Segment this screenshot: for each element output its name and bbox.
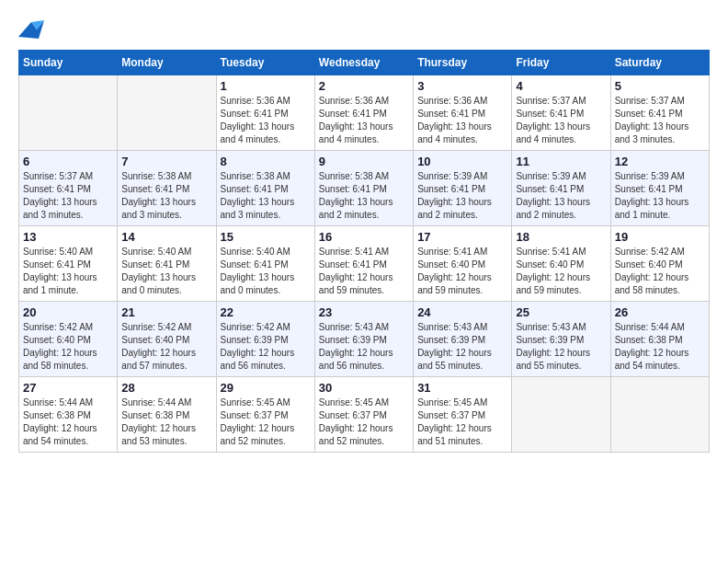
day-number: 14 <box>121 230 211 244</box>
calendar-week-row: 13Sunrise: 5:40 AMSunset: 6:41 PMDayligh… <box>19 226 710 302</box>
calendar-cell: 16Sunrise: 5:41 AMSunset: 6:41 PMDayligh… <box>314 226 413 302</box>
day-number: 13 <box>23 230 113 244</box>
calendar-week-row: 6Sunrise: 5:37 AMSunset: 6:41 PMDaylight… <box>19 151 710 226</box>
calendar-cell: 6Sunrise: 5:37 AMSunset: 6:41 PMDaylight… <box>19 151 118 226</box>
day-info: Sunrise: 5:36 AMSunset: 6:41 PMDaylight:… <box>417 95 507 146</box>
day-info: Sunrise: 5:43 AMSunset: 6:39 PMDaylight:… <box>319 321 409 373</box>
calendar-cell: 12Sunrise: 5:39 AMSunset: 6:41 PMDayligh… <box>610 151 709 226</box>
day-number: 27 <box>23 381 113 395</box>
calendar-cell: 2Sunrise: 5:36 AMSunset: 6:41 PMDaylight… <box>314 75 413 151</box>
calendar-cell: 14Sunrise: 5:40 AMSunset: 6:41 PMDayligh… <box>118 226 216 302</box>
day-number: 22 <box>221 305 311 319</box>
day-info: Sunrise: 5:38 AMSunset: 6:41 PMDaylight:… <box>121 170 211 222</box>
day-info: Sunrise: 5:45 AMSunset: 6:37 PMDaylight:… <box>417 396 507 448</box>
day-number: 2 <box>319 79 409 93</box>
day-info: Sunrise: 5:44 AMSunset: 6:38 PMDaylight:… <box>23 396 113 448</box>
day-info: Sunrise: 5:40 AMSunset: 6:41 PMDaylight:… <box>23 246 113 297</box>
day-info: Sunrise: 5:39 AMSunset: 6:41 PMDaylight:… <box>615 170 705 222</box>
day-number: 26 <box>615 305 705 319</box>
calendar-cell: 31Sunrise: 5:45 AMSunset: 6:37 PMDayligh… <box>414 377 512 453</box>
calendar-header-tuesday: Tuesday <box>216 51 314 75</box>
day-number: 6 <box>23 155 113 168</box>
calendar-week-row: 20Sunrise: 5:42 AMSunset: 6:40 PMDayligh… <box>19 302 710 377</box>
calendar-cell: 20Sunrise: 5:42 AMSunset: 6:40 PMDayligh… <box>19 302 118 377</box>
calendar-cell: 24Sunrise: 5:43 AMSunset: 6:39 PMDayligh… <box>414 302 512 377</box>
calendar-cell: 18Sunrise: 5:41 AMSunset: 6:40 PMDayligh… <box>512 226 610 302</box>
day-number: 4 <box>516 79 606 93</box>
day-info: Sunrise: 5:42 AMSunset: 6:40 PMDaylight:… <box>121 321 211 373</box>
day-number: 11 <box>516 155 606 168</box>
day-number: 12 <box>615 155 705 168</box>
day-number: 21 <box>121 305 211 319</box>
calendar-cell: 15Sunrise: 5:40 AMSunset: 6:41 PMDayligh… <box>216 226 314 302</box>
calendar-table: SundayMondayTuesdayWednesdayThursdayFrid… <box>18 50 710 453</box>
day-number: 23 <box>319 305 409 319</box>
calendar-header-monday: Monday <box>118 51 216 75</box>
calendar-cell: 19Sunrise: 5:42 AMSunset: 6:40 PMDayligh… <box>610 226 709 302</box>
day-number: 15 <box>221 230 311 244</box>
calendar-cell: 10Sunrise: 5:39 AMSunset: 6:41 PMDayligh… <box>414 151 512 226</box>
day-info: Sunrise: 5:37 AMSunset: 6:41 PMDaylight:… <box>23 170 113 222</box>
calendar-cell: 11Sunrise: 5:39 AMSunset: 6:41 PMDayligh… <box>512 151 610 226</box>
calendar-cell: 30Sunrise: 5:45 AMSunset: 6:37 PMDayligh… <box>314 377 413 453</box>
day-number: 29 <box>221 381 311 395</box>
day-info: Sunrise: 5:45 AMSunset: 6:37 PMDaylight:… <box>319 396 409 448</box>
day-info: Sunrise: 5:41 AMSunset: 6:40 PMDaylight:… <box>417 246 507 297</box>
calendar-cell: 4Sunrise: 5:37 AMSunset: 6:41 PMDaylight… <box>512 75 610 151</box>
logo <box>18 18 48 40</box>
day-number: 10 <box>417 155 507 168</box>
day-info: Sunrise: 5:39 AMSunset: 6:41 PMDaylight:… <box>417 170 507 222</box>
day-number: 7 <box>121 155 211 168</box>
day-info: Sunrise: 5:44 AMSunset: 6:38 PMDaylight:… <box>615 321 705 373</box>
day-info: Sunrise: 5:42 AMSunset: 6:40 PMDaylight:… <box>615 246 705 297</box>
calendar-header-thursday: Thursday <box>414 51 512 75</box>
day-info: Sunrise: 5:44 AMSunset: 6:38 PMDaylight:… <box>121 396 211 448</box>
day-number: 28 <box>121 381 211 395</box>
calendar-cell: 28Sunrise: 5:44 AMSunset: 6:38 PMDayligh… <box>118 377 216 453</box>
calendar-cell: 7Sunrise: 5:38 AMSunset: 6:41 PMDaylight… <box>118 151 216 226</box>
day-info: Sunrise: 5:45 AMSunset: 6:37 PMDaylight:… <box>221 396 311 448</box>
calendar-cell: 26Sunrise: 5:44 AMSunset: 6:38 PMDayligh… <box>610 302 709 377</box>
day-number: 9 <box>319 155 409 168</box>
calendar-cell: 5Sunrise: 5:37 AMSunset: 6:41 PMDaylight… <box>610 75 709 151</box>
day-number: 3 <box>417 79 507 93</box>
calendar-cell <box>610 377 709 453</box>
calendar-header-sunday: Sunday <box>19 51 118 75</box>
calendar-cell: 25Sunrise: 5:43 AMSunset: 6:39 PMDayligh… <box>512 302 610 377</box>
calendar-cell <box>19 75 118 151</box>
calendar-header-saturday: Saturday <box>610 51 709 75</box>
calendar-cell: 27Sunrise: 5:44 AMSunset: 6:38 PMDayligh… <box>19 377 118 453</box>
day-number: 20 <box>23 305 113 319</box>
day-info: Sunrise: 5:42 AMSunset: 6:40 PMDaylight:… <box>23 321 113 373</box>
day-number: 17 <box>417 230 507 244</box>
day-info: Sunrise: 5:38 AMSunset: 6:41 PMDaylight:… <box>319 170 409 222</box>
day-number: 5 <box>615 79 705 93</box>
calendar-header-friday: Friday <box>512 51 610 75</box>
day-number: 31 <box>417 381 507 395</box>
calendar-cell: 8Sunrise: 5:38 AMSunset: 6:41 PMDaylight… <box>216 151 314 226</box>
calendar-cell: 21Sunrise: 5:42 AMSunset: 6:40 PMDayligh… <box>118 302 216 377</box>
calendar-cell: 13Sunrise: 5:40 AMSunset: 6:41 PMDayligh… <box>19 226 118 302</box>
calendar-cell: 9Sunrise: 5:38 AMSunset: 6:41 PMDaylight… <box>314 151 413 226</box>
day-info: Sunrise: 5:42 AMSunset: 6:39 PMDaylight:… <box>221 321 311 373</box>
calendar-cell: 29Sunrise: 5:45 AMSunset: 6:37 PMDayligh… <box>216 377 314 453</box>
header <box>18 18 710 40</box>
calendar-week-row: 1Sunrise: 5:36 AMSunset: 6:41 PMDaylight… <box>19 75 710 151</box>
day-info: Sunrise: 5:38 AMSunset: 6:41 PMDaylight:… <box>221 170 311 222</box>
calendar-week-row: 27Sunrise: 5:44 AMSunset: 6:38 PMDayligh… <box>19 377 710 453</box>
calendar-cell: 23Sunrise: 5:43 AMSunset: 6:39 PMDayligh… <box>314 302 413 377</box>
day-info: Sunrise: 5:41 AMSunset: 6:40 PMDaylight:… <box>516 246 606 297</box>
calendar-cell: 22Sunrise: 5:42 AMSunset: 6:39 PMDayligh… <box>216 302 314 377</box>
day-number: 19 <box>615 230 705 244</box>
day-number: 1 <box>221 79 311 93</box>
day-info: Sunrise: 5:36 AMSunset: 6:41 PMDaylight:… <box>221 95 311 146</box>
day-info: Sunrise: 5:43 AMSunset: 6:39 PMDaylight:… <box>417 321 507 373</box>
day-info: Sunrise: 5:36 AMSunset: 6:41 PMDaylight:… <box>319 95 409 146</box>
day-number: 24 <box>417 305 507 319</box>
calendar-cell: 17Sunrise: 5:41 AMSunset: 6:40 PMDayligh… <box>414 226 512 302</box>
day-info: Sunrise: 5:40 AMSunset: 6:41 PMDaylight:… <box>121 246 211 297</box>
day-info: Sunrise: 5:43 AMSunset: 6:39 PMDaylight:… <box>516 321 606 373</box>
calendar-cell: 3Sunrise: 5:36 AMSunset: 6:41 PMDaylight… <box>414 75 512 151</box>
day-number: 30 <box>319 381 409 395</box>
day-info: Sunrise: 5:39 AMSunset: 6:41 PMDaylight:… <box>516 170 606 222</box>
